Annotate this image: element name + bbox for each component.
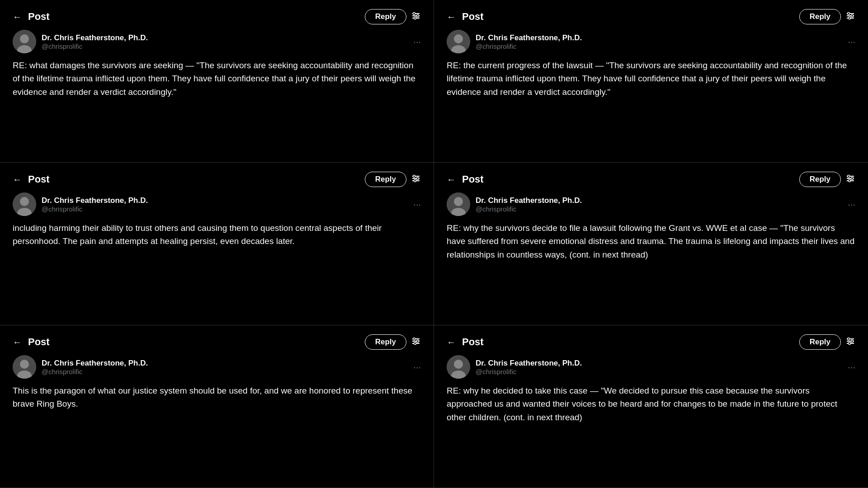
post-card-5: ← Post Reply [0,325,434,488]
tune-icon[interactable] [411,174,421,186]
svg-point-39 [413,338,415,340]
svg-point-31 [851,177,854,179]
more-options-icon[interactable]: ··· [413,37,421,47]
post-header-right: Reply [799,172,855,187]
back-arrow-icon[interactable]: ← [447,337,456,347]
author-info: Dr. Chris Featherstone, Ph.D. @chrisprol… [476,33,582,50]
avatar [447,30,470,53]
post-card-4: ← Post Reply [434,163,868,325]
author-row: Dr. Chris Featherstone, Ph.D. @chrisprol… [13,192,421,216]
author-left: Dr. Chris Featherstone, Ph.D. @chrisprol… [447,30,582,53]
reply-button[interactable]: Reply [799,9,841,24]
reply-button[interactable]: Reply [799,172,841,187]
svg-point-23 [414,179,416,182]
back-arrow-icon[interactable]: ← [447,174,456,185]
post-content: RE: the current progress of the lawsuit … [447,59,855,151]
back-arrow-icon[interactable]: ← [447,12,456,22]
post-title: Post [28,11,50,23]
author-row: Dr. Chris Featherstone, Ph.D. @chrisprol… [13,355,421,379]
author-handle: @chrisprolific [42,205,148,213]
more-options-icon[interactable]: ··· [848,362,855,372]
post-header-right: Reply [799,334,855,350]
back-arrow-icon[interactable]: ← [13,12,22,22]
svg-point-52 [454,360,463,369]
post-content: RE: why he decided to take this case — "… [447,384,855,477]
post-header-right: Reply [365,172,421,187]
author-info: Dr. Chris Featherstone, Ph.D. @chrisprol… [42,359,148,375]
post-header: ← Post Reply [447,172,855,187]
avatar [13,30,36,53]
more-options-icon[interactable]: ··· [848,37,855,47]
author-left: Dr. Chris Featherstone, Ph.D. @chrisprol… [13,30,148,53]
post-header: ← Post Reply [13,9,421,24]
author-handle: @chrisprolific [476,368,582,375]
back-arrow-icon[interactable]: ← [13,337,22,347]
post-header-left: ← Post [447,11,484,23]
post-content: This is the paragon of what our justice … [13,384,421,477]
tune-icon[interactable] [845,336,855,348]
tune-icon[interactable] [411,11,421,23]
author-handle: @chrisprolific [42,368,148,375]
author-name: Dr. Chris Featherstone, Ph.D. [42,359,148,368]
svg-point-49 [851,340,854,342]
svg-point-12 [848,12,850,14]
post-card-1: ← Post Reply [0,0,434,163]
svg-point-16 [454,34,463,43]
post-content: including harming their ability to trust… [13,221,421,314]
post-header: ← Post Reply [447,9,855,24]
author-info: Dr. Chris Featherstone, Ph.D. @chrisprol… [42,33,148,50]
post-header-left: ← Post [13,336,50,348]
post-header: ← Post Reply [447,334,855,350]
author-handle: @chrisprolific [42,42,148,50]
svg-point-50 [849,342,851,344]
more-options-icon[interactable]: ··· [848,199,855,210]
avatar [13,192,36,216]
post-header-left: ← Post [13,11,50,23]
more-options-icon[interactable]: ··· [413,199,421,210]
post-header: ← Post Reply [13,334,421,350]
post-header: ← Post Reply [13,172,421,187]
tune-icon[interactable] [845,174,855,186]
post-content: RE: what damages the survivors are seeki… [13,59,421,151]
author-info: Dr. Chris Featherstone, Ph.D. @chrisprol… [476,359,582,375]
avatar [447,355,470,379]
author-info: Dr. Chris Featherstone, Ph.D. @chrisprol… [476,196,582,213]
post-title: Post [462,336,484,348]
author-name: Dr. Chris Featherstone, Ph.D. [42,33,148,42]
author-row: Dr. Chris Featherstone, Ph.D. @chrisprol… [447,192,855,216]
post-title: Post [28,336,50,348]
author-left: Dr. Chris Featherstone, Ph.D. @chrisprol… [447,355,582,379]
svg-point-34 [454,197,463,206]
post-header-right: Reply [799,9,855,24]
author-name: Dr. Chris Featherstone, Ph.D. [476,196,582,205]
author-handle: @chrisprolific [476,205,582,213]
tune-icon[interactable] [845,11,855,23]
svg-point-7 [20,34,29,43]
more-options-icon[interactable]: ··· [413,362,421,372]
reply-button[interactable]: Reply [365,172,406,187]
post-header-right: Reply [365,9,421,24]
post-card-3: ← Post Reply [0,163,434,325]
back-arrow-icon[interactable]: ← [13,174,22,185]
avatar [13,355,36,379]
author-info: Dr. Chris Featherstone, Ph.D. @chrisprol… [42,196,148,213]
post-content: RE: why the survivors decide to file a l… [447,221,855,314]
post-title: Post [28,174,50,185]
svg-point-22 [417,177,419,179]
post-header-right: Reply [365,334,421,350]
author-row: Dr. Chris Featherstone, Ph.D. @chrisprol… [13,30,421,53]
svg-point-40 [417,340,419,342]
reply-button[interactable]: Reply [799,334,841,350]
post-header-left: ← Post [447,174,484,185]
reply-button[interactable]: Reply [365,334,406,350]
svg-point-5 [414,17,416,19]
post-header-left: ← Post [447,336,484,348]
tune-icon[interactable] [411,336,421,348]
author-left: Dr. Chris Featherstone, Ph.D. @chrisprol… [13,355,148,379]
author-handle: @chrisprolific [476,42,582,50]
author-left: Dr. Chris Featherstone, Ph.D. @chrisprol… [13,192,148,216]
author-name: Dr. Chris Featherstone, Ph.D. [476,33,582,42]
post-header-left: ← Post [13,174,50,185]
svg-point-14 [849,17,851,19]
reply-button[interactable]: Reply [365,9,406,24]
